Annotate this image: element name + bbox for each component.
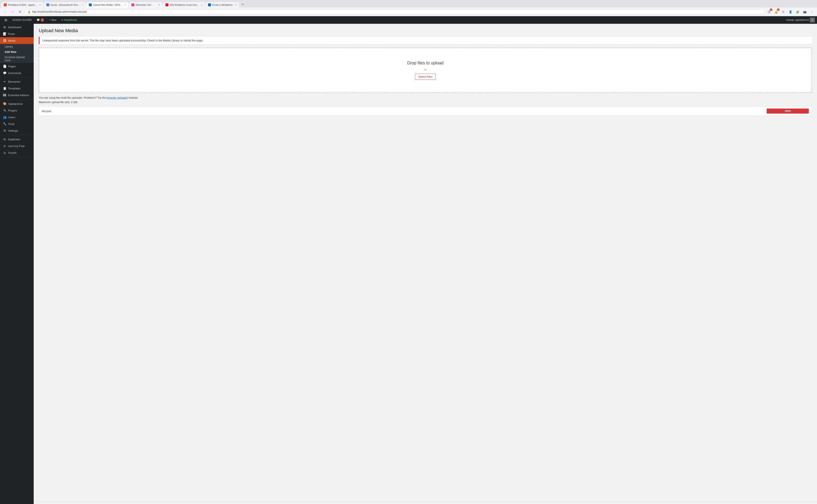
sidebar-sub-add-new[interactable]: Add New xyxy=(0,49,34,54)
address-bar[interactable]: 🔒 http://localhost/d0nn4s/wp-admin/media… xyxy=(25,9,764,14)
appearance-icon: 🎨 xyxy=(3,102,6,105)
howdy-text: Howdy, sgarbidonna xyxy=(786,19,809,21)
new-label: + New xyxy=(49,19,56,21)
sidebar-item-plugins[interactable]: 🔌 Plugins xyxy=(0,107,34,114)
tab-gmail[interactable]: Recibidos (2.604) - sgarbidonna... × xyxy=(1,2,43,8)
tab-elementor[interactable]: Elementor | bio × xyxy=(129,2,162,8)
sidebar-item-templates[interactable]: 📋 Templates xyxy=(0,85,34,92)
avatar[interactable]: S xyxy=(810,17,815,23)
tab-enviar-close[interactable]: × xyxy=(235,3,237,6)
tab-zeuxis-close[interactable]: × xyxy=(82,3,83,6)
elementor-favicon xyxy=(131,3,134,6)
sidebar-item-smush[interactable]: ◎ Smush xyxy=(0,149,34,156)
new-tab-button[interactable]: + xyxy=(240,1,246,8)
add-new-label: Add New xyxy=(5,50,16,53)
browser-uploader-link[interactable]: browser uploader xyxy=(107,96,128,99)
collapse-menu-button[interactable]: « Collapse menu xyxy=(0,502,34,504)
translate-extension[interactable]: G xyxy=(780,9,786,15)
sidebar-item-users[interactable]: 👥 Users xyxy=(0,114,34,121)
sidebar-item-comments[interactable]: 💬 Comments xyxy=(0,70,34,76)
forward-button[interactable]: › xyxy=(10,9,16,15)
page-title: Upload New Media xyxy=(39,28,812,33)
comment-icon: 💬 xyxy=(37,19,40,21)
max-upload-size: Maximum upload file size: 2 GB. xyxy=(39,101,812,104)
essential-addons-icon: EA xyxy=(3,93,6,97)
sidebar: ⊞ Dashboard 📝 Posts 🖼 Media Library Add … xyxy=(0,24,34,504)
comments-count: 0 xyxy=(41,18,44,22)
tab-elementor-close[interactable]: × xyxy=(158,3,160,6)
tab-youtube-title: (69) Wordpress Issue Unexpecte... xyxy=(170,4,200,6)
upload-drop-area[interactable]: Drop files to upload or Select Files xyxy=(39,48,812,93)
autoptimize-item[interactable]: ● Autoptimize xyxy=(59,16,79,24)
enviar-favicon xyxy=(208,3,211,6)
new-item[interactable]: + New xyxy=(47,16,58,24)
sidebar-item-essential-addons[interactable]: EA Essential Addons xyxy=(0,92,34,98)
sidebar-item-media[interactable]: 🖼 Media xyxy=(0,37,34,44)
autoptimize-label: Autoptimize xyxy=(64,19,77,21)
upload-progress-text: 100% xyxy=(785,110,791,113)
library-label: Library xyxy=(5,45,13,48)
alert-badge: 1 xyxy=(777,8,780,11)
wp-layout: ⊞ Dashboard 📝 Posts 🖼 Media Library Add … xyxy=(0,24,817,504)
sidebar-label-users: Users xyxy=(8,116,15,119)
gmail-favicon xyxy=(4,3,7,6)
cast-extension[interactable]: 📺 xyxy=(802,9,808,15)
increase-limit-label: Increase Upload Limit xyxy=(5,56,31,62)
admin-bar-right: Howdy, sgarbidonna S xyxy=(786,17,815,23)
plugins-icon: 🔌 xyxy=(3,109,6,112)
tab-upload-title: Upload New Media • DONN... xyxy=(93,4,123,6)
sidebar-label-media: Media xyxy=(8,39,15,42)
browser-chrome: Recibidos (2.604) - sgarbidonna... × zeu… xyxy=(0,0,817,16)
tab-enviar[interactable]: Enviar a Wordpress × xyxy=(206,2,239,8)
url-text: http://localhost/d0nn4s/wp-admin/media-n… xyxy=(32,10,87,13)
tab-zeuxis[interactable]: zeuxis - Búsqueda de Google × xyxy=(44,2,86,8)
site-name-item[interactable]: DONNA SGARBI xyxy=(10,16,34,24)
tab-enviar-title: Enviar a Wordpress xyxy=(212,4,234,6)
shield-badge: 1 xyxy=(770,8,772,11)
puzzle-extension[interactable]: 🧩 xyxy=(795,9,801,15)
upload-favicon xyxy=(89,3,92,6)
users-icon: 👥 xyxy=(3,115,6,119)
comments-item[interactable]: 💬 0 xyxy=(35,16,46,24)
tab-upload-close[interactable]: × xyxy=(124,3,126,6)
browser-tab-bar: Recibidos (2.604) - sgarbidonna... × zeu… xyxy=(0,0,817,8)
use-any-font-icon: A xyxy=(3,144,6,148)
reload-button[interactable]: ↻ xyxy=(17,9,23,15)
tab-youtube[interactable]: (69) Wordpress Issue Unexpecte... × xyxy=(163,2,205,8)
elementor-icon: ✏ xyxy=(3,80,6,83)
alert-extension[interactable]: 🔔1 xyxy=(773,9,779,15)
lock-icon: 🔒 xyxy=(28,10,31,13)
sidebar-sub-increase-limit[interactable]: Increase Upload Limit xyxy=(0,54,34,63)
sidebar-item-appearance[interactable]: 🎨 Appearance xyxy=(0,100,34,107)
upload-progress-bar: 100% xyxy=(767,109,809,114)
tab-elementor-title: Elementor | bio xyxy=(135,4,157,6)
youtube-favicon xyxy=(165,3,168,6)
sidebar-sub-library[interactable]: Library xyxy=(0,44,34,49)
select-files-button[interactable]: Select Files xyxy=(415,74,435,80)
pages-icon: 📄 xyxy=(3,65,6,68)
media-icon: 🖼 xyxy=(3,39,6,42)
sidebar-label-dashboard: Dashboard xyxy=(8,26,21,29)
sidebar-item-use-any-font[interactable]: A Use Any Font xyxy=(0,143,34,149)
profile-extension[interactable]: 👤 xyxy=(788,9,793,15)
wp-logo-item[interactable]: ⊛ xyxy=(2,16,9,24)
sidebar-item-elementor[interactable]: ✏ Elementor xyxy=(0,78,34,85)
sidebar-item-pages[interactable]: 📄 Pages xyxy=(0,63,34,70)
brave-shield-extension[interactable]: 🛡️1 xyxy=(766,9,772,15)
tab-gmail-close[interactable]: × xyxy=(39,3,41,6)
sidebar-item-duplicator[interactable]: ⧉ Duplicator xyxy=(0,136,34,143)
sidebar-label-essential-addons: Essential Addons xyxy=(8,94,29,97)
sidebar-item-settings[interactable]: ⚙ Settings xyxy=(0,127,34,134)
sidebar-label-smush: Smush xyxy=(8,151,16,154)
dashboard-icon: ⊞ xyxy=(3,25,6,29)
back-button[interactable]: ‹ xyxy=(2,9,8,15)
browser-menu-button[interactable]: ⋮ xyxy=(809,9,815,15)
sidebar-label-settings: Settings xyxy=(8,129,18,132)
sidebar-label-tools: Tools xyxy=(8,122,14,126)
sidebar-item-tools[interactable]: 🔧 Tools xyxy=(0,121,34,127)
tab-upload[interactable]: Upload New Media • DONN... × xyxy=(86,2,128,8)
tab-youtube-close[interactable]: × xyxy=(201,3,202,6)
sidebar-item-posts[interactable]: 📝 Posts xyxy=(0,31,34,37)
sidebar-item-dashboard[interactable]: ⊞ Dashboard xyxy=(0,24,34,31)
tab-gmail-title: Recibidos (2.604) - sgarbidonna... xyxy=(8,4,38,6)
